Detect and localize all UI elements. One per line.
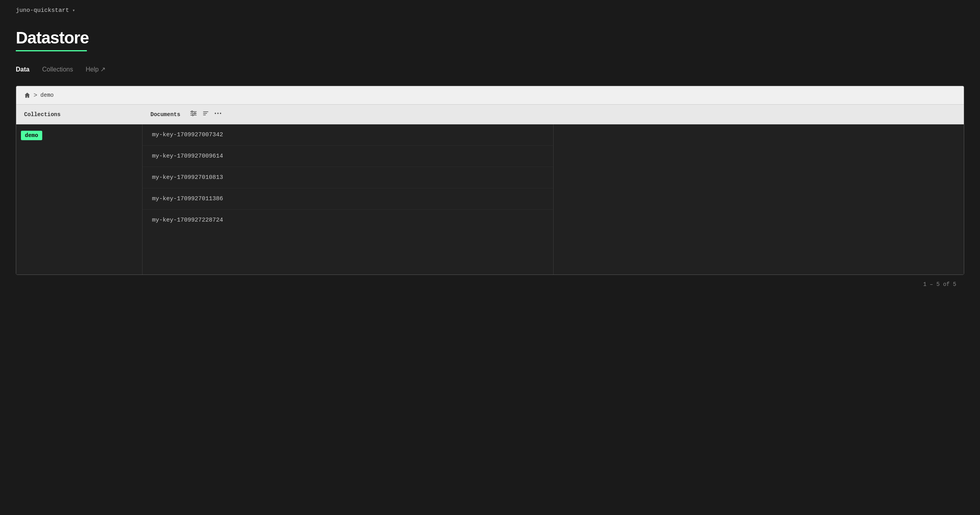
breadcrumb-current: demo <box>40 92 54 98</box>
project-name: juno-quickstart <box>16 7 69 14</box>
filter-icon[interactable] <box>190 110 197 118</box>
collection-item-demo[interactable]: demo <box>21 131 42 140</box>
columns-header: Collections Documents <box>16 105 964 124</box>
documents-header-icons <box>190 110 222 118</box>
page-header: Datastore Data Collections Help ↗ <box>0 21 980 76</box>
project-selector[interactable]: juno-quickstart ▾ <box>16 7 75 14</box>
tabs-bar: Data Collections Help ↗ <box>16 62 964 76</box>
svg-point-3 <box>191 111 193 113</box>
detail-column <box>554 124 964 274</box>
collections-column: demo <box>16 124 143 274</box>
project-chevron-icon: ▾ <box>72 8 75 13</box>
document-item[interactable]: my-key-1709927007342 <box>143 124 553 146</box>
pagination-text: 1 – 5 of 5 <box>923 281 956 288</box>
svg-point-5 <box>192 115 193 116</box>
tab-collections[interactable]: Collections <box>42 63 73 76</box>
svg-point-9 <box>214 113 216 114</box>
more-options-icon[interactable] <box>214 110 222 118</box>
pagination-bar: 1 – 5 of 5 <box>16 275 964 294</box>
collections-col-header: Collections <box>16 110 143 119</box>
svg-point-10 <box>217 113 218 114</box>
top-bar: juno-quickstart ▾ <box>0 0 980 21</box>
document-item[interactable]: my-key-1709927009614 <box>143 146 553 167</box>
tab-data[interactable]: Data <box>16 63 30 76</box>
document-item[interactable]: my-key-1709927010813 <box>143 167 553 188</box>
panel-body: demo my-key-1709927007342 my-key-1709927… <box>16 124 964 274</box>
document-item[interactable]: my-key-1709927228724 <box>143 210 553 231</box>
title-underline <box>16 50 87 51</box>
sort-icon[interactable] <box>203 110 209 118</box>
svg-point-11 <box>220 113 221 114</box>
breadcrumb-home-icon[interactable] <box>24 92 30 98</box>
breadcrumb: > demo <box>16 86 964 105</box>
documents-col-header: Documents <box>143 109 964 120</box>
main-content: > demo Collections Documents <box>0 86 980 294</box>
tab-help[interactable]: Help ↗ <box>86 62 105 76</box>
documents-column: my-key-1709927007342 my-key-170992700961… <box>143 124 554 274</box>
datastore-panel: > demo Collections Documents <box>16 86 964 275</box>
page-title: Datastore <box>16 29 964 47</box>
svg-point-4 <box>194 113 195 114</box>
breadcrumb-separator: > <box>34 92 37 99</box>
document-item[interactable]: my-key-1709927011386 <box>143 188 553 210</box>
